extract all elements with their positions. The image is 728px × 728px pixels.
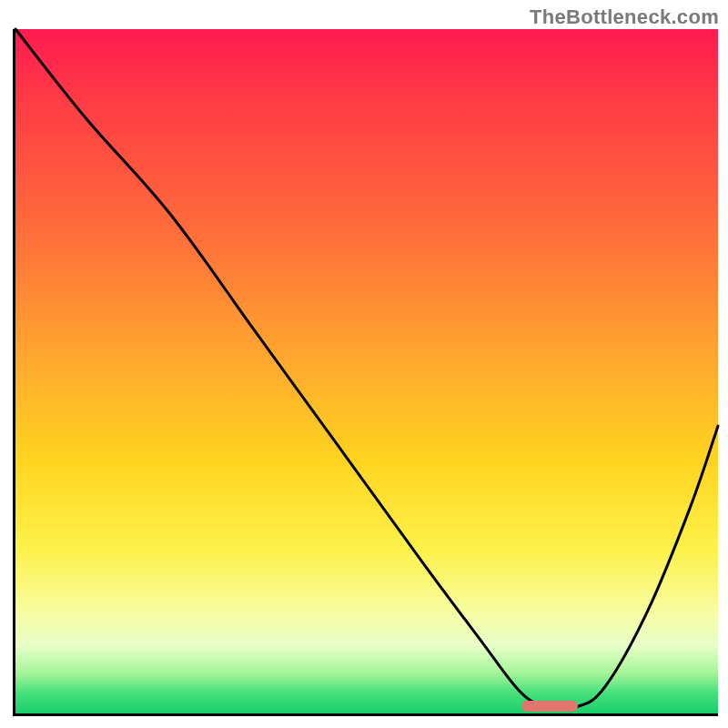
watermark-text: TheBottleneck.com bbox=[530, 5, 719, 29]
bottleneck-curve bbox=[15, 29, 718, 713]
chart-canvas: TheBottleneck.com bbox=[0, 0, 728, 728]
curve-path bbox=[15, 29, 718, 709]
optimal-range-marker bbox=[521, 701, 578, 712]
plot-area bbox=[13, 29, 718, 716]
